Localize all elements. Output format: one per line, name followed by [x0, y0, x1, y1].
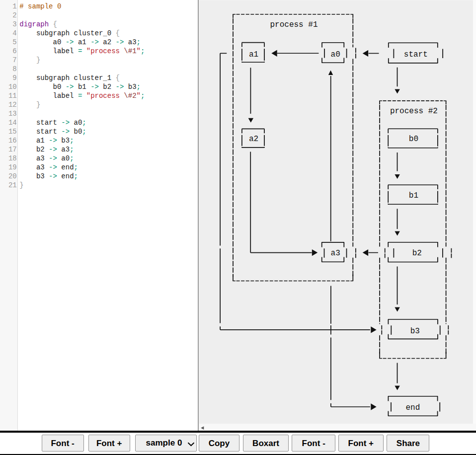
svg-text:a0: a0 [331, 50, 340, 59]
svg-text:b1: b1 [409, 191, 418, 200]
svg-text:start: start [404, 50, 428, 59]
svg-text:process #1: process #1 [270, 20, 317, 29]
svg-text:end: end [405, 403, 420, 412]
svg-text:b3: b3 [410, 327, 420, 336]
svg-text:a2: a2 [249, 135, 258, 144]
svg-text:a1: a1 [249, 50, 258, 59]
svg-text:process #2: process #2 [390, 107, 438, 116]
svg-text:b2: b2 [412, 249, 422, 258]
svg-text:a3: a3 [331, 249, 340, 258]
svg-text:b0: b0 [409, 135, 418, 144]
